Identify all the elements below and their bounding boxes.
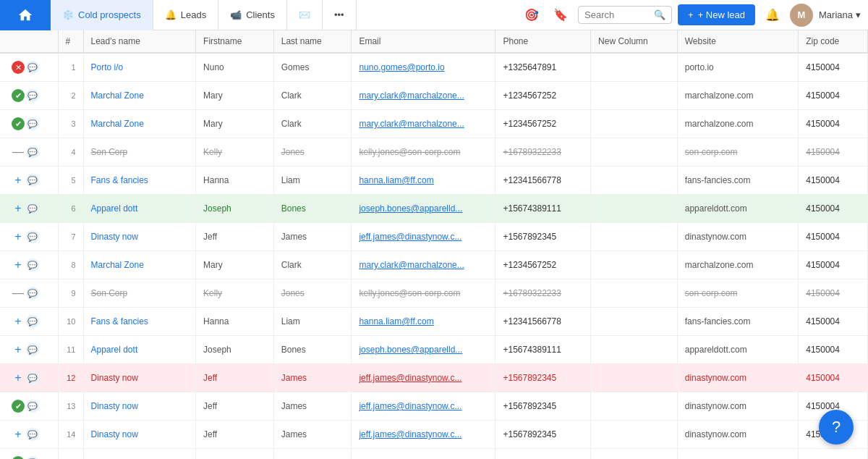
row-lead-name[interactable]: Dinasty now — [83, 421, 196, 449]
row-plus-icon[interactable]: + — [12, 315, 25, 328]
home-button[interactable] — [0, 0, 51, 30]
row-lead-name[interactable]: Marchal Zone — [83, 82, 196, 110]
row-email[interactable]: joseph.bones@apparelld... — [352, 195, 495, 223]
row-chat-icon[interactable]: 💬 — [26, 202, 39, 215]
row-email[interactable]: nuno.gomes@porto.io — [352, 53, 495, 82]
row-check-icon[interactable]: ✔ — [12, 89, 25, 102]
row-email[interactable]: mary.clark@marchalzone... — [352, 251, 495, 279]
col-header-email[interactable]: Email — [352, 30, 495, 53]
row-plus-icon[interactable]: + — [12, 174, 25, 187]
row-email[interactable]: joseph.bones@apparelld... — [352, 449, 495, 460]
col-header-lastname[interactable]: Last name — [273, 30, 352, 53]
col-header-firstname[interactable]: Firstname — [196, 30, 274, 53]
row-check-icon[interactable]: ✔ — [12, 400, 25, 413]
notification-bell-icon[interactable]: 🔔 — [761, 4, 784, 27]
tab-more[interactable]: ••• — [323, 0, 357, 30]
row-lead-name[interactable]: Apparel dott — [83, 449, 196, 460]
row-website[interactable]: marchalzone.com — [677, 251, 799, 279]
row-website[interactable]: marchalzone.com — [677, 82, 799, 110]
target-icon-btn[interactable]: 🎯 — [520, 4, 543, 27]
user-menu[interactable]: Mariana ▾ — [819, 9, 861, 20]
row-chat-icon[interactable]: 💬 — [26, 371, 39, 384]
row-chat-icon[interactable]: 💬 — [26, 146, 39, 159]
row-website[interactable]: dinastynow.com — [677, 421, 799, 449]
row-email[interactable]: joseph.bones@apparelld... — [352, 336, 495, 364]
row-chat-icon[interactable]: 💬 — [26, 258, 39, 271]
row-chat-icon[interactable]: 💬 — [26, 174, 39, 187]
row-controls: +💬 — [7, 256, 51, 274]
row-email[interactable]: jeff.james@dinastynow.c... — [352, 223, 495, 251]
row-website[interactable]: appareldott.com — [677, 449, 799, 460]
row-chat-icon[interactable]: 💬 — [26, 287, 39, 300]
row-chat-icon[interactable]: 💬 — [26, 343, 39, 356]
tab-email[interactable]: ✉️ — [287, 0, 323, 30]
help-button[interactable]: ? — [819, 410, 854, 445]
row-lead-name[interactable]: Apparel dott — [83, 195, 196, 223]
row-website[interactable]: appareldott.com — [677, 336, 799, 364]
col-header-zip[interactable]: Zip code — [799, 30, 868, 53]
row-lead-name[interactable]: Son Corp — [83, 138, 196, 167]
row-email[interactable]: jeff.james@dinastynow.c... — [352, 392, 495, 421]
row-website[interactable]: appareldott.com — [677, 195, 799, 223]
col-header-phone[interactable]: Phone — [495, 30, 591, 53]
row-website[interactable]: fans-fancies.com — [677, 308, 799, 336]
row-chat-icon[interactable]: 💬 — [26, 61, 39, 74]
row-email[interactable]: hanna.liam@ff.com — [352, 308, 495, 336]
tab-clients[interactable]: 📹 Clients — [218, 0, 287, 30]
row-lead-name[interactable]: Marchal Zone — [83, 110, 196, 138]
row-email[interactable]: kelly.jones@son-corp.com — [352, 138, 495, 167]
row-plus-icon[interactable]: + — [12, 343, 25, 356]
row-chat-icon[interactable]: 💬 — [26, 315, 39, 328]
row-lead-name[interactable]: Dinasty now — [83, 392, 196, 421]
row-website[interactable]: dinastynow.com — [677, 223, 799, 251]
row-lead-name[interactable]: Dinasty now — [83, 223, 196, 251]
row-plus-icon[interactable]: + — [12, 230, 25, 243]
row-website[interactable]: porto.io — [677, 53, 799, 82]
row-website[interactable]: son-corp.com — [677, 138, 799, 167]
bookmark-icon-btn[interactable]: 🔖 — [549, 4, 572, 27]
row-chat-icon[interactable]: 💬 — [26, 428, 39, 441]
row-website[interactable]: dinastynow.com — [677, 364, 799, 392]
row-lead-name[interactable]: Porto i/o — [83, 53, 196, 82]
row-lead-name[interactable]: Apparel dott — [83, 336, 196, 364]
row-plus-icon[interactable]: + — [12, 258, 25, 271]
row-lead-name[interactable]: Marchal Zone — [83, 251, 196, 279]
row-website[interactable]: marchalzone.com — [677, 110, 799, 138]
row-plus-icon[interactable]: + — [12, 202, 25, 215]
row-website[interactable]: fans-fancies.com — [677, 167, 799, 195]
row-chat-icon[interactable]: 💬 — [26, 89, 39, 102]
row-plus-icon[interactable]: + — [12, 371, 25, 384]
row-lead-name[interactable]: Dinasty now — [83, 364, 196, 392]
row-email[interactable]: mary.clark@marchalzone... — [352, 82, 495, 110]
row-chat-icon[interactable]: 💬 — [26, 456, 39, 459]
row-check-icon[interactable]: ✔ — [12, 456, 25, 459]
search-input[interactable] — [584, 9, 650, 20]
row-lead-name[interactable]: Son Corp — [83, 279, 196, 308]
avatar[interactable]: M — [790, 4, 813, 27]
col-header-lead-name[interactable]: Lead's name — [83, 30, 196, 53]
row-chat-icon[interactable]: 💬 — [26, 117, 39, 130]
row-email[interactable]: hanna.liam@ff.com — [352, 167, 495, 195]
tab-cold-prospects[interactable]: ❄️ Cold prospects — [51, 0, 153, 30]
row-email[interactable]: jeff.james@dinastynow.c... — [352, 421, 495, 449]
row-minus-icon[interactable]: — — [12, 146, 25, 159]
row-firstname: Mary — [196, 110, 274, 138]
row-minus-icon[interactable]: — — [12, 287, 25, 300]
row-chat-icon[interactable]: 💬 — [26, 400, 39, 413]
row-website[interactable]: son-corp.com — [677, 279, 799, 308]
row-email[interactable]: kelly.jones@son-corp.com — [352, 279, 495, 308]
col-header-newcol[interactable]: New Column — [591, 30, 678, 53]
row-check-icon[interactable]: ✔ — [12, 117, 25, 130]
new-lead-button[interactable]: + + New lead — [678, 4, 755, 25]
col-header-website[interactable]: Website — [677, 30, 799, 53]
row-plus-icon[interactable]: + — [12, 428, 25, 441]
row-chat-icon[interactable]: 💬 — [26, 230, 39, 243]
row-website[interactable]: dinastynow.com — [677, 392, 799, 421]
tab-leads[interactable]: 🔔 Leads — [153, 0, 218, 30]
row-lead-name[interactable]: Fans & fancies — [83, 308, 196, 336]
row-lead-name[interactable]: Fans & fancies — [83, 167, 196, 195]
row-email[interactable]: mary.clark@marchalzone... — [352, 110, 495, 138]
row-email[interactable]: jeff.james@dinastynow.c... — [352, 364, 495, 392]
row-close-icon[interactable]: ✕ — [12, 61, 25, 74]
row-phone: +12341566778 — [495, 308, 591, 336]
